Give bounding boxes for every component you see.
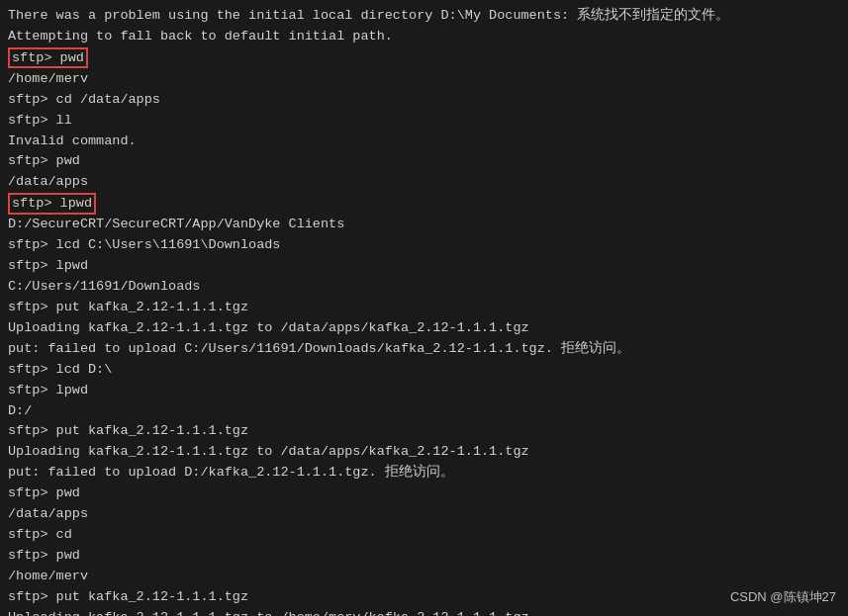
terminal-content: There was a problem using the initial lo…: [8, 6, 840, 616]
terminal-line: D:/: [8, 401, 840, 422]
terminal-line: /home/merv: [8, 567, 840, 587]
terminal-line: sftp> pwd: [8, 151, 840, 172]
watermark-label: CSDN @陈镇坤27: [730, 588, 836, 606]
terminal-line: Attempting to fall back to default initi…: [8, 27, 840, 47]
terminal-line: /data/apps: [8, 504, 840, 525]
terminal-line: put: failed to upload D:/kafka_2.12-1.1.…: [8, 463, 840, 484]
terminal-line: /data/apps: [8, 172, 840, 193]
terminal-line: put: failed to upload C:/Users/11691/Dow…: [8, 339, 840, 360]
terminal-window: There was a problem using the initial lo…: [0, 0, 848, 616]
highlighted-command: sftp> lpwd: [8, 193, 96, 215]
terminal-line: sftp> lpwd: [8, 193, 840, 215]
terminal-line: sftp> put kafka_2.12-1.1.1.tgz: [8, 421, 840, 442]
terminal-line: sftp> lpwd: [8, 381, 840, 401]
terminal-line: Invalid command.: [8, 132, 840, 152]
terminal-line: sftp> lcd C:\Users\11691\Downloads: [8, 235, 840, 256]
terminal-line: C:/Users/11691/Downloads: [8, 277, 840, 298]
terminal-line: sftp> lcd D:\: [8, 360, 840, 381]
terminal-line: /home/merv: [8, 69, 840, 90]
terminal-line: sftp> cd /data/apps: [8, 90, 840, 111]
terminal-line: Uploading kafka_2.12-1.1.1.tgz to /home/…: [8, 608, 840, 616]
terminal-line: Uploading kafka_2.12-1.1.1.tgz to /data/…: [8, 318, 840, 339]
terminal-line: sftp> pwd: [8, 484, 840, 504]
terminal-line: sftp> put kafka_2.12-1.1.1.tgz: [8, 587, 840, 608]
terminal-line: sftp> pwd: [8, 47, 840, 69]
terminal-line: sftp> cd: [8, 525, 840, 546]
highlighted-command: sftp> pwd: [8, 47, 88, 69]
terminal-line: sftp> pwd: [8, 546, 840, 567]
terminal-line: There was a problem using the initial lo…: [8, 6, 840, 27]
terminal-line: sftp> ll: [8, 111, 840, 132]
terminal-line: sftp> lpwd: [8, 256, 840, 277]
terminal-line: sftp> put kafka_2.12-1.1.1.tgz: [8, 298, 840, 318]
terminal-line: Uploading kafka_2.12-1.1.1.tgz to /data/…: [8, 442, 840, 463]
terminal-line: D:/SecureCRT/SecureCRT/App/VanDyke Clien…: [8, 215, 840, 235]
